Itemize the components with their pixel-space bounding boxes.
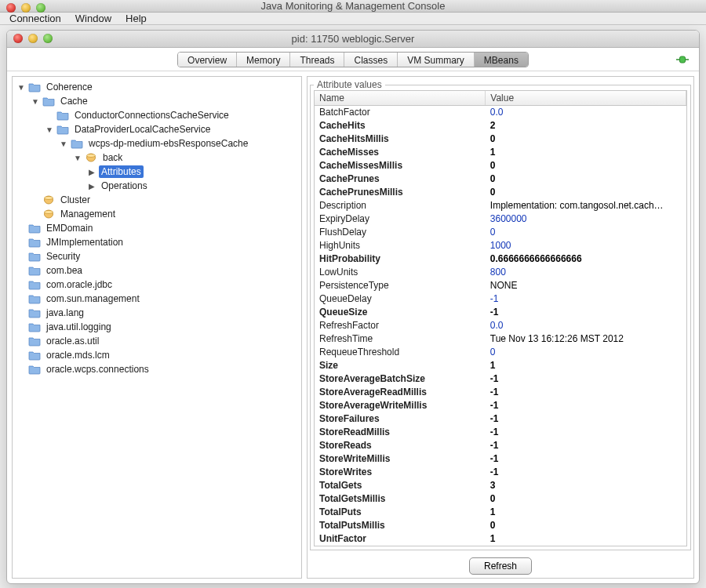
tree-node[interactable]: ▶ConductorConnectionsCacheService <box>45 108 300 122</box>
tree-node[interactable]: ▼wcps-dp-medium-ebsResponseCache <box>60 136 300 151</box>
table-row[interactable]: DescriptionImplementation: com.tangosol.… <box>315 199 686 212</box>
table-row[interactable]: CacheHitsMillis0 <box>315 132 686 146</box>
collapse-icon[interactable]: ▼ <box>17 83 25 92</box>
tree-node-label[interactable]: oracle.as.util <box>44 335 101 347</box>
tab-vm-summary[interactable]: VM Summary <box>397 53 474 67</box>
collapse-icon[interactable]: ▼ <box>74 154 82 162</box>
table-row[interactable]: TotalGetsMillis0 <box>315 492 686 506</box>
table-row[interactable]: RefreshTimeTue Nov 13 16:12:26 MST 2012 <box>315 332 686 346</box>
tree-node-label[interactable]: Operations <box>99 180 150 192</box>
close-icon[interactable] <box>6 3 16 13</box>
attr-value[interactable]: 0 <box>486 346 686 359</box>
tree-node[interactable]: ▶Operations <box>88 179 300 193</box>
attr-value[interactable]: 1000 <box>486 239 686 252</box>
table-row[interactable]: UnitFactor1 <box>315 532 686 546</box>
tab-memory[interactable]: Memory <box>236 53 289 67</box>
table-row[interactable]: ExpiryDelay3600000 <box>315 212 686 226</box>
tree-node[interactable]: ▶com.oracle.jdbc <box>17 278 300 292</box>
table-row[interactable]: StoreFailures-1 <box>315 412 686 426</box>
attr-value[interactable]: -1 <box>486 292 686 306</box>
collapse-icon[interactable]: ▼ <box>31 97 39 106</box>
tree-node[interactable]: ▼Coherence <box>17 80 300 94</box>
menu-connection[interactable]: Connection <box>9 13 61 24</box>
minimize-icon[interactable] <box>28 34 38 43</box>
table-row[interactable]: TotalPuts1 <box>315 506 686 519</box>
table-row[interactable]: StoreAverageReadMillis-1 <box>315 386 686 399</box>
table-row[interactable]: QueueDelay-1 <box>315 292 686 306</box>
connection-status-icon[interactable] <box>675 54 690 65</box>
menu-window[interactable]: Window <box>75 13 111 24</box>
table-row[interactable]: StoreReadMillis-1 <box>315 426 686 439</box>
attr-value[interactable]: 800 <box>486 266 686 279</box>
table-row[interactable]: CacheMisses1 <box>315 146 686 159</box>
tree-node-label[interactable]: Attributes <box>99 165 144 178</box>
tree-node-label[interactable]: Coherence <box>44 81 95 93</box>
tree-node[interactable]: ▼back <box>74 151 300 165</box>
tree-node[interactable]: ▶Attributes <box>88 165 300 179</box>
tree-node[interactable]: ▼DataProviderLocalCacheService <box>45 122 300 136</box>
outer-titlebar[interactable]: Java Monitoring & Management Console <box>0 0 706 13</box>
tree-node[interactable]: ▶Management <box>31 207 300 221</box>
tab-overview[interactable]: Overview <box>178 53 236 67</box>
table-row[interactable]: RequeueThreshold0 <box>315 346 686 359</box>
table-row[interactable]: CacheHits2 <box>315 119 686 132</box>
table-row[interactable]: CacheMissesMillis0 <box>315 159 686 172</box>
tree-node[interactable]: ▶EMDomain <box>17 221 300 235</box>
minimize-icon[interactable] <box>21 3 31 13</box>
tree-node[interactable]: ▶oracle.mds.lcm <box>17 348 300 362</box>
tree-node[interactable]: ▶com.sun.management <box>17 292 300 306</box>
tree-node-label[interactable]: wcps-dp-medium-ebsResponseCache <box>86 137 250 150</box>
table-row[interactable]: FlushDelay0 <box>315 226 686 239</box>
table-row[interactable]: RefreshFactor0.0 <box>315 319 686 332</box>
attr-value[interactable]: 3600000 <box>486 212 686 226</box>
tree-node[interactable]: ▶java.lang <box>17 306 300 320</box>
tree-node-label[interactable]: JMImplementation <box>44 236 126 249</box>
attr-value[interactable]: 0.0 <box>486 106 686 119</box>
mbean-tree[interactable]: ▼Coherence▼Cache▶ConductorConnectionsCac… <box>12 76 302 579</box>
table-row[interactable]: HighUnits1000 <box>315 239 686 252</box>
tree-node-label[interactable]: com.bea <box>44 264 85 277</box>
tree-node-label[interactable]: Cluster <box>58 194 93 206</box>
tree-node-label[interactable]: Management <box>58 208 118 220</box>
inner-titlebar[interactable]: pid: 11750 weblogic.Server <box>7 31 699 48</box>
table-row[interactable]: HitProbability0.6666666666666666 <box>315 252 686 266</box>
tree-node[interactable]: ▶Cluster <box>31 193 300 207</box>
table-row[interactable]: Size1 <box>315 359 686 372</box>
tree-node-label[interactable]: Security <box>44 250 82 263</box>
collapse-icon[interactable]: ▼ <box>60 140 67 148</box>
tab-classes[interactable]: Classes <box>344 53 397 67</box>
menu-help[interactable]: Help <box>126 13 147 24</box>
tree-node-label[interactable]: Cache <box>58 95 90 107</box>
table-row[interactable]: TotalPutsMillis0 <box>315 519 686 532</box>
collapse-icon[interactable]: ▼ <box>45 125 53 134</box>
tree-node-label[interactable]: oracle.mds.lcm <box>44 349 112 361</box>
table-row[interactable]: StoreReads-1 <box>315 439 686 452</box>
column-value[interactable]: Value <box>486 91 686 106</box>
table-row[interactable]: BatchFactor0.0 <box>315 106 686 119</box>
refresh-button[interactable]: Refresh <box>469 557 532 575</box>
tab-threads[interactable]: Threads <box>289 53 344 67</box>
tree-node-label[interactable]: ConductorConnectionsCacheService <box>72 109 231 122</box>
tree-node-label[interactable]: java.lang <box>44 307 86 319</box>
window-controls[interactable] <box>6 3 45 13</box>
tree-node-label[interactable]: com.sun.management <box>44 292 142 305</box>
tree-node-label[interactable]: EMDomain <box>44 222 95 234</box>
tree-node[interactable]: ▶Security <box>17 249 300 263</box>
tree-node[interactable]: ▶oracle.as.util <box>17 334 300 348</box>
attr-value[interactable]: 0.0 <box>486 319 686 332</box>
table-row[interactable]: StoreAverageBatchSize-1 <box>315 372 686 386</box>
table-row[interactable]: TotalGets3 <box>315 479 686 492</box>
tree-node-label[interactable]: back <box>100 151 125 164</box>
close-icon[interactable] <box>13 34 23 43</box>
tree-node[interactable]: ▶oracle.wcps.connections <box>17 362 300 376</box>
table-row[interactable]: StoreWrites-1 <box>315 466 686 479</box>
tab-mbeans[interactable]: MBeans <box>474 53 528 67</box>
attributes-table-wrap[interactable]: Name Value BatchFactor0.0CacheHits2Cache… <box>314 90 687 546</box>
tree-node-label[interactable]: com.oracle.jdbc <box>44 278 115 291</box>
zoom-icon[interactable] <box>36 3 45 13</box>
inner-window-controls[interactable] <box>13 34 53 43</box>
table-row[interactable]: StoreWriteMillis-1 <box>315 452 686 466</box>
table-row[interactable]: CachePrunes0 <box>315 172 686 186</box>
column-name[interactable]: Name <box>315 91 486 106</box>
table-row[interactable]: LowUnits800 <box>315 266 686 279</box>
